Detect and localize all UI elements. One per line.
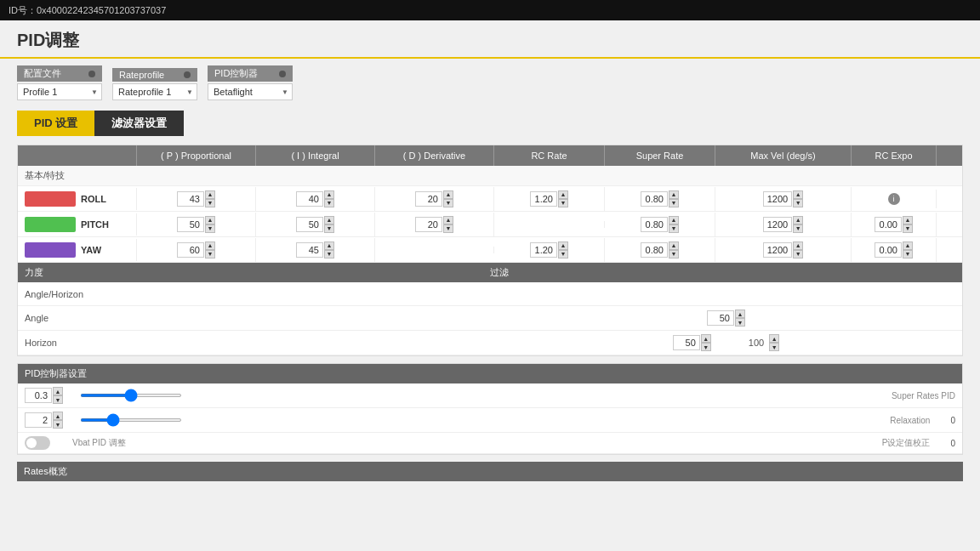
yaw-rc-expo-down[interactable]: ▼: [903, 250, 913, 258]
roll-p-down[interactable]: ▼: [205, 199, 215, 207]
pid-val-2-up[interactable]: ▲: [53, 412, 63, 420]
config-select[interactable]: Profile 1 Profile 2 Profile 3: [17, 83, 102, 100]
pitch-super-rate-up[interactable]: ▲: [669, 216, 679, 224]
yaw-super-rate-spinner[interactable]: 0.80 ▲ ▼: [641, 241, 679, 258]
pid-val-2-down[interactable]: ▼: [53, 420, 63, 429]
yaw-p-up[interactable]: ▲: [205, 241, 215, 250]
roll-p-up[interactable]: ▲: [205, 190, 215, 199]
pitch-super-rate-down[interactable]: ▼: [669, 224, 679, 233]
divider-strength: 力度: [25, 266, 490, 279]
pitch-max-vel-up[interactable]: ▲: [793, 216, 803, 224]
pitch-rc-rate: [494, 221, 605, 228]
table-header-row: ( P ) Proportional ( I ) Integral ( D ) …: [18, 145, 962, 166]
pitch-p-down[interactable]: ▼: [205, 224, 215, 233]
divider-filter: 过滤: [490, 266, 955, 279]
pitch-d-down[interactable]: ▼: [443, 224, 453, 233]
pitch-max-vel-down[interactable]: ▼: [793, 224, 803, 233]
roll-max-vel-up[interactable]: ▲: [793, 190, 803, 199]
yaw-super-rate: 0.80 ▲ ▼: [605, 238, 715, 262]
pitch-rc-expo-down[interactable]: ▼: [903, 224, 913, 233]
pid-val-1-down[interactable]: ▼: [53, 395, 63, 404]
pitch-rc-expo-up[interactable]: ▲: [903, 216, 913, 224]
yaw-rc-expo-up[interactable]: ▲: [903, 241, 913, 250]
vbat-toggle[interactable]: [25, 436, 50, 450]
yaw-super-rate-down[interactable]: ▼: [669, 250, 679, 258]
pitch-super-rate-spinner[interactable]: 0.80 ▲ ▼: [641, 216, 679, 233]
roll-i-up[interactable]: ▲: [324, 190, 334, 199]
pitch-rc-expo-spinner[interactable]: 0.00 ▲ ▼: [875, 216, 913, 233]
pid-val-1-up[interactable]: ▲: [53, 387, 63, 395]
roll-max-vel-spinner[interactable]: 1200 ▲ ▼: [763, 190, 803, 207]
tab-pid-settings[interactable]: PID 设置: [17, 111, 94, 136]
col-header-super-rate: Super Rate: [605, 145, 715, 166]
yaw-max-vel-up[interactable]: ▲: [793, 241, 803, 250]
angle-strength-spinner[interactable]: 50 ▲ ▼: [707, 310, 745, 327]
yaw-i-spinner[interactable]: 45 ▲ ▼: [296, 241, 334, 258]
pid-slider-1[interactable]: [80, 394, 182, 397]
yaw-rc-rate-up[interactable]: ▲: [558, 241, 568, 250]
pid-slider-2[interactable]: [80, 418, 182, 422]
pitch-d-up[interactable]: ▲: [443, 216, 453, 224]
yaw-i-down[interactable]: ▼: [324, 250, 334, 258]
roll-rc-rate-spinner[interactable]: 1.20 ▲ ▼: [530, 190, 568, 207]
rateprofile-label: Rateprofile: [112, 68, 197, 82]
yaw-max-vel-down[interactable]: ▼: [793, 250, 803, 258]
roll-d-spinner[interactable]: 20 ▲ ▼: [415, 190, 453, 207]
yaw-i-up[interactable]: ▲: [324, 241, 334, 250]
roll-super-rate-spinner[interactable]: 0.80 ▲ ▼: [641, 190, 679, 207]
angle-horizon-label: Angle/Horizon: [18, 286, 490, 303]
roll-super-rate: 0.80 ▲ ▼: [605, 187, 715, 211]
pitch-i-up[interactable]: ▲: [324, 216, 334, 224]
roll-rc-rate-down[interactable]: ▼: [558, 199, 568, 207]
horizon-strength-spinner[interactable]: 50 ▲ ▼: [673, 334, 711, 351]
angle-strength-up[interactable]: ▲: [735, 310, 745, 318]
device-id: ID号：0x40002242345701203737037: [9, 4, 166, 17]
roll-super-rate-down[interactable]: ▼: [669, 199, 679, 207]
roll-d-down[interactable]: ▼: [443, 199, 453, 207]
pid-controller-select[interactable]: Betaflight KISS ACTUAL: [208, 83, 293, 100]
roll-info-icon[interactable]: i: [888, 193, 900, 205]
pitch-color-badge: [25, 217, 76, 232]
roll-i-down[interactable]: ▼: [324, 199, 334, 207]
pitch-i-spinner[interactable]: 50 ▲ ▼: [296, 216, 334, 233]
roll-d-up[interactable]: ▲: [443, 190, 453, 199]
config-dropdown-group: 配置文件 Profile 1 Profile 2 Profile 3: [17, 65, 102, 100]
pitch-p-spinner[interactable]: 50 ▲ ▼: [177, 216, 215, 233]
tab-filter-settings[interactable]: 滤波器设置: [94, 111, 184, 136]
yaw-rc-rate-spinner[interactable]: 1.20 ▲ ▼: [530, 241, 568, 258]
horizon-filter-up[interactable]: ▲: [769, 334, 779, 343]
rateprofile-select[interactable]: Rateprofile 1 Rateprofile 2: [112, 83, 197, 100]
yaw-rc-rate: 1.20 ▲ ▼: [494, 238, 605, 262]
yaw-rc-rate-down[interactable]: ▼: [558, 250, 568, 258]
roll-i-spinner[interactable]: 40 ▲ ▼: [296, 190, 334, 207]
pitch-i-down[interactable]: ▼: [324, 224, 334, 233]
yaw-super-rate-up[interactable]: ▲: [669, 241, 679, 250]
pid-val-1-spinner[interactable]: 0.3 ▲ ▼: [25, 387, 63, 404]
roll-rc-rate: 1.20 ▲ ▼: [494, 187, 605, 211]
vbat-label: Vbat PID 调整: [72, 437, 126, 449]
page-title: PID调整: [0, 20, 980, 59]
pid-controller-select-wrapper: Betaflight KISS ACTUAL: [208, 83, 293, 100]
config-select-wrapper: Profile 1 Profile 2 Profile 3: [17, 83, 102, 100]
pitch-d-spinner[interactable]: 20 ▲ ▼: [415, 216, 453, 233]
roll-p-spinner[interactable]: 43 ▲ ▼: [177, 190, 215, 207]
roll-max-vel-down[interactable]: ▼: [793, 199, 803, 207]
pitch-p-up[interactable]: ▲: [205, 216, 215, 224]
horizon-strength-down[interactable]: ▼: [701, 343, 711, 351]
section-basic-label: 基本/特技: [18, 166, 962, 186]
angle-strength-down[interactable]: ▼: [735, 318, 745, 327]
yaw-max-vel-spinner[interactable]: 1200 ▲ ▼: [763, 241, 803, 258]
pitch-max-vel-spinner[interactable]: 1200 ▲ ▼: [763, 216, 803, 233]
pid-controller-section: PID控制器设置 0.3 ▲ ▼ Super Rates PID 2: [17, 363, 963, 455]
roll-rc-rate-up[interactable]: ▲: [558, 190, 568, 199]
yaw-p-spinner[interactable]: 60 ▲ ▼: [177, 241, 215, 258]
roll-super-rate-up[interactable]: ▲: [669, 190, 679, 199]
col-header-rc-expo: RC Expo: [852, 145, 937, 166]
yaw-rc-expo-spinner[interactable]: 0.00 ▲ ▼: [875, 241, 913, 258]
roll-color-badge: [25, 191, 76, 207]
yaw-p-down[interactable]: ▼: [205, 250, 215, 258]
pid-val-2-spinner[interactable]: 2 ▲ ▼: [25, 412, 63, 429]
horizon-strength-up[interactable]: ▲: [701, 334, 711, 343]
yaw-d: [375, 247, 494, 253]
horizon-filter-down[interactable]: ▼: [769, 343, 779, 351]
